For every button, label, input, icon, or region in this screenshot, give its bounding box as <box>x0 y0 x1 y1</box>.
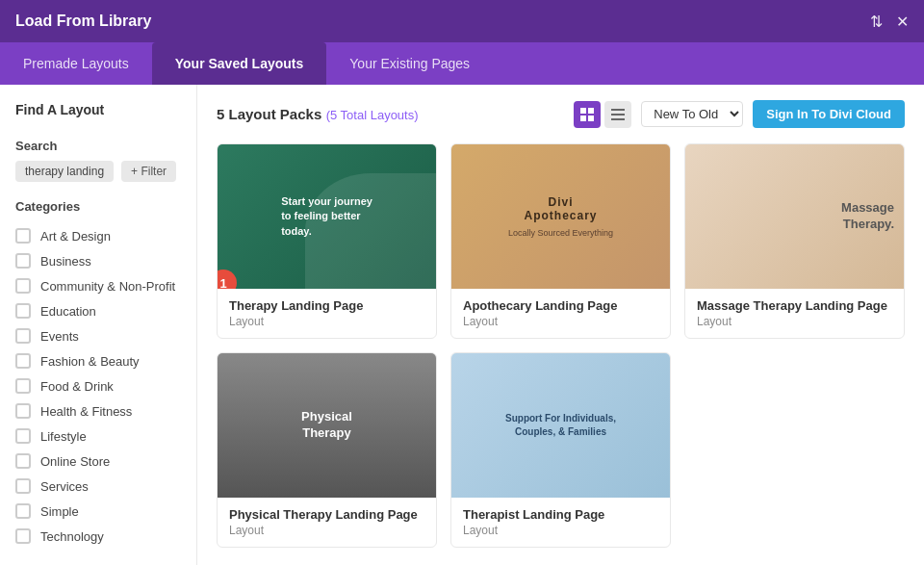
layout-type-apothecary-landing: Layout <box>463 315 658 328</box>
layout-card-apothecary-landing[interactable]: DiviApothecaryLocally Sourced Everything… <box>450 143 671 339</box>
sort-icon[interactable]: ⇅ <box>870 13 883 31</box>
search-filter-row: therapy landing + Filter <box>15 161 181 182</box>
checkbox-health[interactable] <box>15 403 31 419</box>
tab-bar: Premade Layouts Your Saved Layouts Your … <box>0 42 924 85</box>
sidebar-item-food[interactable]: Food & Drink <box>15 373 181 398</box>
close-icon[interactable]: ✕ <box>896 13 909 31</box>
checkbox-food[interactable] <box>15 378 31 394</box>
svg-rect-2 <box>580 116 586 121</box>
badge-therapy-landing: 1 <box>218 270 237 289</box>
category-label-art: Art & Design <box>40 229 111 244</box>
sign-in-button[interactable]: Sign In To Divi Cloud <box>753 100 905 128</box>
layout-card-massage-therapy-landing[interactable]: MassageTherapy.Massage Therapy Landing P… <box>684 143 905 339</box>
category-label-community: Community & Non-Profit <box>40 279 175 294</box>
layout-name-therapy-landing: Therapy Landing Page <box>229 298 424 313</box>
tab-saved[interactable]: Your Saved Layouts <box>152 42 327 85</box>
sidebar-item-events[interactable]: Events <box>15 323 181 348</box>
checkbox-education[interactable] <box>15 303 31 319</box>
svg-rect-6 <box>611 118 625 120</box>
view-toggle <box>574 101 631 128</box>
find-layout-title: Find A Layout <box>15 102 181 117</box>
search-tag: therapy landing <box>15 161 114 182</box>
categories-list: Art & DesignBusinessCommunity & Non-Prof… <box>15 223 181 549</box>
layout-type-massage-therapy-landing: Layout <box>697 315 892 328</box>
sidebar-item-health[interactable]: Health & Fitness <box>15 398 181 424</box>
sidebar-item-community[interactable]: Community & Non-Profit <box>15 273 181 298</box>
layout-type-physical-therapy-landing: Layout <box>229 524 424 537</box>
checkbox-fashion[interactable] <box>15 353 31 369</box>
sidebar: Find A Layout Search therapy landing + F… <box>0 85 197 565</box>
layout-type-therapy-landing: Layout <box>229 315 424 328</box>
layout-count: 5 Layout Packs (5 Total Layouts) <box>217 106 419 123</box>
sidebar-item-services[interactable]: Services <box>15 474 181 499</box>
layout-card-physical-therapy-landing[interactable]: PhysicalTherapyPhysical Therapy Landing … <box>217 352 437 548</box>
svg-rect-5 <box>611 114 625 116</box>
content-area: 5 Layout Packs (5 Total Layouts) <box>197 85 924 565</box>
layout-name-apothecary-landing: Apothecary Landing Page <box>463 298 658 313</box>
checkbox-community[interactable] <box>15 278 31 294</box>
list-view-button[interactable] <box>604 101 631 128</box>
layout-count-text: 5 Layout Packs <box>217 106 321 122</box>
svg-rect-0 <box>580 108 586 114</box>
tab-existing[interactable]: Your Existing Pages <box>326 42 493 85</box>
main-layout: Find A Layout Search therapy landing + F… <box>0 85 924 565</box>
sidebar-item-technology[interactable]: Technology <box>15 524 181 549</box>
search-label: Search <box>15 139 181 153</box>
checkbox-events[interactable] <box>15 328 31 344</box>
category-label-education: Education <box>40 304 96 319</box>
sidebar-item-fashion[interactable]: Fashion & Beauty <box>15 348 181 373</box>
title-bar-actions: ⇅ ✕ <box>870 13 909 31</box>
svg-rect-4 <box>611 109 625 111</box>
sidebar-item-business[interactable]: Business <box>15 248 181 273</box>
category-label-business: Business <box>40 254 91 269</box>
grid-icon <box>580 108 594 121</box>
tab-premade[interactable]: Premade Layouts <box>0 42 152 85</box>
sidebar-item-online-store[interactable]: Online Store <box>15 449 181 474</box>
category-label-simple: Simple <box>40 504 79 519</box>
filter-button[interactable]: + Filter <box>121 161 176 182</box>
title-bar: Load From Library ⇅ ✕ <box>0 0 924 42</box>
checkbox-technology[interactable] <box>15 528 31 544</box>
checkbox-art[interactable] <box>15 228 31 244</box>
sidebar-item-lifestyle[interactable]: Lifestyle <box>15 424 181 449</box>
sidebar-item-art[interactable]: Art & Design <box>15 223 181 248</box>
checkbox-online-store[interactable] <box>15 453 31 469</box>
layout-name-physical-therapy-landing: Physical Therapy Landing Page <box>229 507 424 522</box>
layout-name-massage-therapy-landing: Massage Therapy Landing Page <box>697 298 892 313</box>
layout-card-therapy-landing[interactable]: Start your journeyto feeling bettertoday… <box>217 143 437 339</box>
layout-name-therapist-landing: Therapist Landing Page <box>463 507 658 522</box>
layouts-grid: Start your journeyto feeling bettertoday… <box>217 143 905 548</box>
checkbox-services[interactable] <box>15 478 31 494</box>
grid-view-button[interactable] <box>574 101 601 128</box>
layout-card-therapist-landing[interactable]: Support For Individuals,Couples, & Famil… <box>450 352 671 548</box>
layout-type-therapist-landing: Layout <box>463 524 658 537</box>
toolbar-right: New To Old Old To New A to Z Z to A Sign… <box>574 100 905 128</box>
category-label-health: Health & Fitness <box>40 404 132 419</box>
content-toolbar: 5 Layout Packs (5 Total Layouts) <box>217 100 905 128</box>
category-label-lifestyle: Lifestyle <box>40 429 87 444</box>
dialog-title: Load From Library <box>15 13 151 30</box>
categories-title: Categories <box>15 199 181 214</box>
sort-select[interactable]: New To Old Old To New A to Z Z to A <box>641 101 743 127</box>
svg-rect-3 <box>588 116 594 121</box>
category-label-events: Events <box>40 329 79 344</box>
checkbox-lifestyle[interactable] <box>15 428 31 444</box>
category-label-technology: Technology <box>40 529 104 544</box>
category-label-online-store: Online Store <box>40 454 110 469</box>
category-label-fashion: Fashion & Beauty <box>40 354 140 369</box>
svg-rect-1 <box>588 108 594 114</box>
checkbox-business[interactable] <box>15 253 31 269</box>
sidebar-item-simple[interactable]: Simple <box>15 499 181 524</box>
checkbox-simple[interactable] <box>15 503 31 519</box>
category-label-services: Services <box>40 479 89 494</box>
layout-count-detail: (5 Total Layouts) <box>326 108 419 122</box>
list-icon <box>611 108 625 121</box>
category-label-food: Food & Drink <box>40 379 114 394</box>
sidebar-item-education[interactable]: Education <box>15 298 181 323</box>
